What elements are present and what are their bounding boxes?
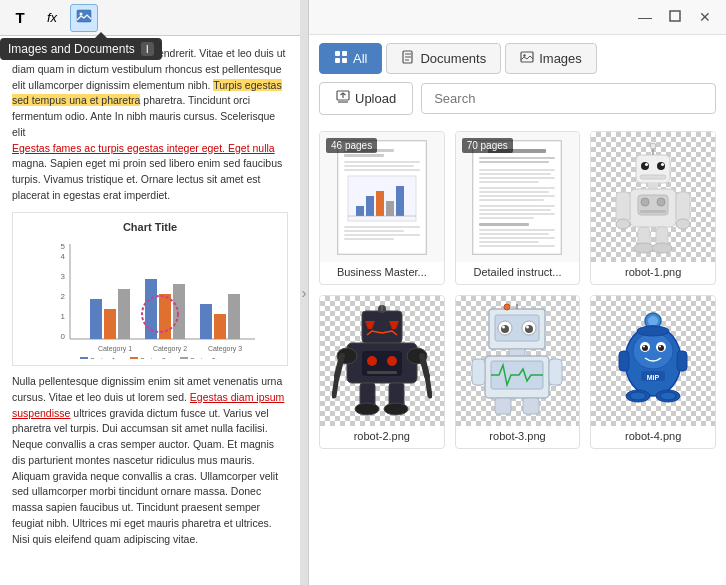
- svg-point-129: [525, 325, 533, 333]
- svg-rect-46: [344, 161, 420, 163]
- item-preview: [591, 132, 715, 262]
- svg-rect-65: [479, 173, 551, 175]
- item-name: robot-4.png: [591, 426, 715, 448]
- svg-point-159: [630, 392, 646, 400]
- svg-rect-30: [335, 51, 340, 56]
- svg-text:Category 1: Category 1: [98, 345, 132, 353]
- svg-rect-54: [396, 186, 404, 216]
- svg-point-122: [355, 403, 379, 415]
- svg-text:Series 3: Series 3: [190, 357, 216, 359]
- list-item[interactable]: robot-2.png: [319, 295, 445, 449]
- item-name: robot-1.png: [591, 262, 715, 284]
- svg-point-85: [645, 163, 648, 166]
- formula-button[interactable]: fx: [38, 4, 66, 32]
- image-insert-button[interactable]: [70, 4, 98, 32]
- svg-rect-18: [173, 284, 185, 339]
- svg-rect-62: [479, 157, 555, 159]
- svg-rect-27: [180, 357, 188, 359]
- svg-point-103: [652, 243, 672, 253]
- svg-rect-63: [479, 161, 549, 163]
- list-item[interactable]: robot-3.png: [455, 295, 581, 449]
- panel-divider[interactable]: [300, 0, 308, 585]
- svg-rect-69: [479, 191, 549, 193]
- list-item[interactable]: robot-1.png: [590, 131, 716, 285]
- svg-point-86: [661, 163, 664, 166]
- svg-point-132: [504, 304, 510, 310]
- svg-text:2: 2: [61, 292, 66, 301]
- svg-rect-139: [549, 359, 562, 385]
- svg-rect-66: [479, 177, 555, 179]
- chart-svg: 0 1 2 3 4 5 Category 1 Category 2 Catego…: [40, 239, 260, 359]
- svg-rect-87: [640, 175, 666, 179]
- text-icon: T: [15, 9, 24, 26]
- item-name: Detailed instruct...: [456, 262, 580, 284]
- svg-point-152: [637, 326, 669, 336]
- svg-rect-14: [104, 309, 116, 339]
- svg-point-151: [659, 346, 661, 348]
- svg-rect-51: [366, 196, 374, 216]
- item-preview: MiP: [591, 296, 715, 426]
- svg-rect-70: [479, 195, 555, 197]
- svg-rect-95: [640, 210, 666, 213]
- documents-tab-icon: [401, 50, 415, 67]
- minimize-icon: —: [638, 9, 652, 25]
- tab-documents-label: Documents: [420, 51, 486, 66]
- svg-point-98: [616, 219, 630, 229]
- svg-rect-15: [118, 289, 130, 339]
- maximize-icon: [669, 9, 681, 25]
- svg-rect-77: [479, 229, 555, 231]
- svg-point-83: [641, 162, 649, 170]
- svg-line-113: [334, 376, 337, 396]
- search-input[interactable]: [421, 83, 716, 114]
- svg-point-93: [641, 198, 649, 206]
- svg-rect-72: [479, 205, 555, 207]
- svg-point-128: [501, 325, 509, 333]
- maximize-button[interactable]: [662, 4, 688, 30]
- svg-rect-56: [344, 226, 420, 228]
- svg-text:0: 0: [61, 332, 66, 341]
- upload-icon: [336, 90, 350, 107]
- tab-documents[interactable]: Documents: [386, 43, 501, 74]
- svg-text:5: 5: [61, 242, 66, 251]
- svg-rect-45: [344, 154, 384, 157]
- editor-area: T fx Images and Documents I Massa massa …: [0, 0, 300, 585]
- svg-rect-59: [344, 238, 394, 240]
- tab-all-label: All: [353, 51, 367, 66]
- svg-text:1: 1: [61, 312, 66, 321]
- svg-rect-138: [472, 359, 485, 385]
- list-item[interactable]: MiP robot-4.png: [590, 295, 716, 449]
- list-item[interactable]: 46 pages Business Master...: [319, 131, 445, 285]
- svg-rect-73: [479, 209, 551, 211]
- text-format-button[interactable]: T: [6, 4, 34, 32]
- svg-rect-48: [344, 169, 420, 171]
- svg-point-89: [650, 143, 656, 149]
- tooltip-text: Images and Documents: [8, 42, 135, 56]
- item-name: Business Master...: [320, 262, 444, 284]
- chart-title: Chart Title: [19, 219, 281, 236]
- robot-2-image: [332, 301, 432, 421]
- close-button[interactable]: ✕: [692, 4, 718, 30]
- svg-text:Series 1: Series 1: [90, 357, 116, 359]
- svg-rect-33: [342, 58, 347, 63]
- robot-3-image: [467, 301, 567, 421]
- item-preview: [320, 296, 444, 426]
- list-item[interactable]: 70 pages Detailed instruct...: [455, 131, 581, 285]
- editor-paragraph-2: Nulla pellentesque dignissim enim sit am…: [12, 374, 288, 547]
- svg-rect-79: [479, 237, 555, 239]
- svg-point-102: [634, 243, 654, 253]
- svg-rect-154: [677, 351, 687, 371]
- tab-all[interactable]: All: [319, 43, 382, 74]
- tab-images[interactable]: Images: [505, 43, 597, 74]
- svg-rect-135: [509, 349, 525, 356]
- svg-rect-25: [130, 357, 138, 359]
- svg-rect-140: [495, 398, 511, 414]
- svg-line-115: [427, 376, 430, 396]
- svg-point-160: [660, 392, 676, 400]
- upload-button[interactable]: Upload: [319, 82, 413, 115]
- minimize-button[interactable]: —: [632, 4, 658, 30]
- svg-point-117: [367, 356, 377, 366]
- svg-text:Category 2: Category 2: [153, 345, 187, 353]
- item-preview: 46 pages: [320, 132, 444, 262]
- svg-rect-13: [90, 299, 102, 339]
- tab-images-label: Images: [539, 51, 582, 66]
